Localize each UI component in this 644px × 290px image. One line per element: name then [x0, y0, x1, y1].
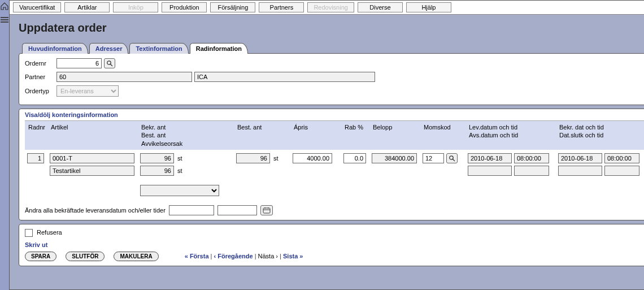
col-levdatum: Lev.datum och tid Avs.datum och tid	[465, 121, 556, 150]
page-title: Uppdatera order	[19, 21, 644, 34]
tab-adresser[interactable]: Adresser	[89, 43, 129, 54]
pager: « Första | ‹ Föregående | Nästa › | Sist…	[185, 253, 303, 259]
partner-code-field	[56, 72, 192, 82]
col-radnr: Radnr	[25, 121, 47, 150]
home-icon[interactable]	[0, 2, 9, 11]
col-belopp: Belopp	[369, 121, 420, 150]
col-rab: Rab %	[341, 121, 369, 150]
pager-sep2: |	[255, 253, 256, 259]
skriv-ut-link[interactable]: Skriv ut	[25, 241, 47, 248]
col-bekr: Bekr. ant Best. ant Avvikelseorsak	[138, 121, 234, 150]
pager-sep1: |	[211, 253, 212, 259]
bekr-time-field	[604, 153, 639, 163]
col-momskod: Momskod	[420, 121, 465, 150]
main-area: Varucertifikat Artiklar Inköp Produktion…	[9, 0, 644, 290]
col-best-ant: Best. ant	[234, 121, 290, 150]
best-ant-field	[236, 153, 270, 163]
slutk-date-field	[558, 166, 602, 176]
mass-date-input[interactable]	[169, 205, 214, 215]
artikel-code-field	[50, 153, 134, 163]
menu-inkop: Inköp	[113, 2, 158, 12]
col-bekrdatum: Bekr. dat och tid Dat.slutk och tid	[556, 121, 644, 150]
radnr-field	[27, 153, 44, 163]
menu-hjalp[interactable]: Hjälp	[406, 2, 451, 12]
partner-name-field	[194, 72, 375, 82]
col-apris: Ápris	[290, 121, 341, 150]
partner-label: Partner	[25, 73, 54, 80]
svg-rect-4	[263, 208, 270, 213]
tab-strip: Huvudinformation Adresser Textinformatio…	[22, 42, 644, 53]
menu-forsaljning[interactable]: Försäljning	[210, 2, 255, 12]
best-ant-unit: st	[273, 155, 279, 162]
table-row: st st st	[25, 150, 644, 197]
lev-date-field	[468, 153, 512, 163]
left-rail	[0, 0, 9, 290]
ordertyp-select: En-leverans	[56, 85, 119, 97]
refusera-label: Refusera	[37, 229, 62, 236]
pager-first[interactable]: « Första	[185, 253, 209, 259]
best-ant-local-unit: st	[177, 167, 182, 174]
rows-panel: Visa/dölj konteringsinformation Radnr Ar…	[19, 109, 644, 220]
top-menubar: Varucertifikat Artiklar Inköp Produktion…	[10, 1, 644, 15]
ordertyp-label: Ordertyp	[25, 88, 54, 94]
ordernr-lookup-button[interactable]	[104, 58, 115, 68]
svg-line-1	[111, 64, 113, 67]
mass-time-input[interactable]	[217, 205, 257, 215]
svg-point-0	[107, 61, 111, 64]
tab-radinformation[interactable]: Radinformation	[190, 43, 248, 54]
mass-edit-label: Ändra alla bekräftade leveransdatum och/…	[25, 207, 166, 214]
momskod-input[interactable]	[423, 153, 444, 163]
menu-redovisning: Redovisning	[307, 2, 354, 12]
bekr-ant-field	[140, 153, 174, 163]
calendar-button[interactable]	[260, 205, 273, 215]
bekr-ant-unit: st	[177, 155, 182, 162]
apris-input[interactable]	[293, 153, 332, 163]
lower-panel: Refusera Skriv ut SPARA SLUTFÖR MAKULERA…	[19, 224, 644, 266]
toggle-kontering-link[interactable]: Visa/dölj konteringsinformation	[25, 111, 118, 118]
action-bar: SPARA SLUTFÖR MAKULERA « Första | ‹ Före…	[25, 252, 644, 261]
content: Uppdatera order Huvudinformation Adresse…	[10, 15, 644, 289]
menu-diverse[interactable]: Diverse	[358, 2, 403, 12]
pager-next[interactable]: Nästa ›	[258, 253, 278, 259]
belopp-field	[372, 153, 417, 163]
avs-time-field	[514, 166, 549, 176]
avs-date-field	[468, 166, 512, 176]
bekr-date-field	[558, 153, 602, 163]
best-ant-local-field	[140, 166, 174, 176]
svg-point-2	[450, 156, 453, 159]
pager-last[interactable]: Sista »	[283, 253, 303, 259]
spara-button[interactable]: SPARA	[25, 252, 56, 261]
rab-input[interactable]	[343, 153, 366, 163]
momskod-lookup-button[interactable]	[446, 153, 458, 163]
menu-artiklar[interactable]: Artiklar	[64, 2, 110, 12]
menu-varucertifikat[interactable]: Varucertifikat	[13, 2, 61, 12]
ordernr-label: Ordernr	[25, 60, 54, 67]
grid-header: Radnr Artikel Bekr. ant Best. ant Avvike…	[25, 120, 644, 150]
mass-edit-line: Ändra alla bekräftade leveransdatum och/…	[25, 205, 644, 215]
menu-partners[interactable]: Partners	[259, 2, 304, 12]
svg-line-3	[453, 159, 455, 161]
tab-textinformation[interactable]: Textinformation	[129, 43, 188, 54]
makulera-button[interactable]: MAKULERA	[114, 252, 158, 261]
pager-prev[interactable]: ‹ Föregående	[214, 253, 253, 259]
lev-time-field	[514, 153, 549, 163]
order-header-panel: Ordernr Partner Ordertyp En-leverans	[19, 53, 644, 105]
ordernr-input[interactable]	[56, 58, 102, 68]
artikel-name-field	[50, 166, 134, 176]
tab-huvudinformation[interactable]: Huvudinformation	[22, 43, 88, 54]
slutk-time-field	[604, 166, 639, 176]
slutfor-button[interactable]: SLUTFÖR	[66, 252, 105, 261]
menu-produktion[interactable]: Produktion	[162, 2, 207, 12]
pager-sep3: |	[280, 253, 281, 259]
col-artikel: Artikel	[47, 121, 138, 150]
refusera-checkbox[interactable]	[25, 229, 33, 237]
avvikelseorsak-select[interactable]	[140, 185, 219, 196]
menu-toggle-icon[interactable]	[1, 17, 8, 23]
